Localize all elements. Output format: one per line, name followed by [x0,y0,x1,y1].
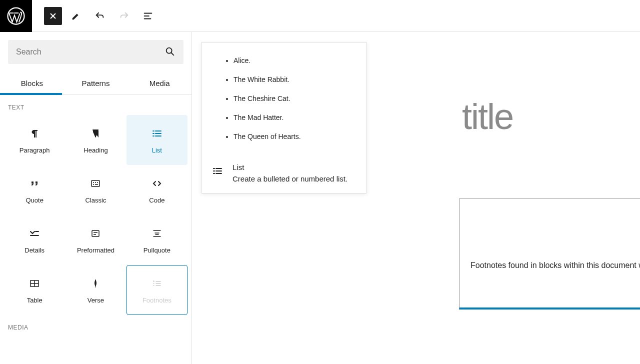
list-item: Alice. [234,56,348,64]
footnotes-block[interactable]: Footnotes found in blocks within this do… [459,198,640,310]
footnotes-icon: 1 [151,276,163,290]
top-actions [32,6,158,26]
preview-list: Alice. The White Rabbit. The Cheshire Ca… [226,56,348,140]
svg-rect-2 [92,180,100,186]
tab-patterns[interactable]: Patterns [64,72,128,94]
top-bar [0,0,640,32]
preview-block-description: Create a bulleted or numbered list. [232,174,356,183]
footnotes-placeholder-text: Footnotes found in blocks within this do… [470,261,640,270]
block-classic[interactable]: Classic [65,165,126,215]
block-preview-popup: Alice. The White Rabbit. The Cheshire Ca… [201,42,367,194]
list-icon [212,163,224,183]
post-title-placeholder[interactable]: title [462,96,513,137]
inserter-sidebar: Blocks Patterns Media TEXT Paragraph Hea… [0,32,192,364]
list-item: The Cheshire Cat. [234,94,348,102]
list-item: The White Rabbit. [234,76,348,84]
preview-footer: List Create a bulleted or numbered list. [202,154,366,193]
block-heading[interactable]: Heading [65,115,126,165]
tools-button[interactable] [66,6,86,26]
inserter-tabs: Blocks Patterns Media [0,72,192,95]
block-paragraph[interactable]: Paragraph [4,115,65,165]
block-table[interactable]: Table [4,265,65,315]
tab-media[interactable]: Media [128,72,192,94]
section-label-text: TEXT [0,95,192,115]
block-pullquote[interactable]: Pullquote [126,215,188,265]
code-icon [151,176,163,190]
search-input[interactable] [16,48,164,56]
block-verse[interactable]: Verse [65,265,126,315]
svg-text:1: 1 [153,280,155,282]
document-overview-button[interactable] [138,6,158,26]
redo-button [114,6,134,26]
block-list[interactable]: List [126,115,188,165]
preview-block-title: List [232,163,356,172]
undo-button[interactable] [90,6,110,26]
block-quote[interactable]: Quote [4,165,65,215]
preformatted-icon [90,226,102,240]
quote-icon [28,176,40,190]
block-footnotes[interactable]: 1 Footnotes [126,265,188,315]
list-icon [151,126,163,140]
classic-icon [90,176,102,190]
table-icon [28,276,40,290]
list-item: The Queen of Hearts. [234,132,348,140]
preview-footer-text: List Create a bulleted or numbered list. [232,163,356,183]
heading-icon [90,126,102,140]
list-item: The Mad Hatter. [234,114,348,122]
block-code[interactable]: Code [126,165,188,215]
section-label-media: MEDIA [0,315,192,335]
tab-blocks[interactable]: Blocks [0,72,64,94]
search-container [0,32,192,72]
paragraph-icon [28,126,40,140]
wordpress-logo[interactable] [0,0,32,32]
blocks-grid: Paragraph Heading List Quote Classic Cod… [0,115,192,315]
block-details[interactable]: Details [4,215,65,265]
svg-rect-3 [92,230,99,236]
toggle-inserter-button[interactable] [44,7,62,25]
svg-point-1 [166,48,172,53]
block-preformatted[interactable]: Preformatted [65,215,126,265]
pullquote-icon [151,226,163,240]
details-icon [28,226,40,240]
search-box[interactable] [8,40,184,64]
search-icon [164,46,176,58]
verse-icon [90,276,102,290]
preview-content: Alice. The White Rabbit. The Cheshire Ca… [202,42,366,154]
